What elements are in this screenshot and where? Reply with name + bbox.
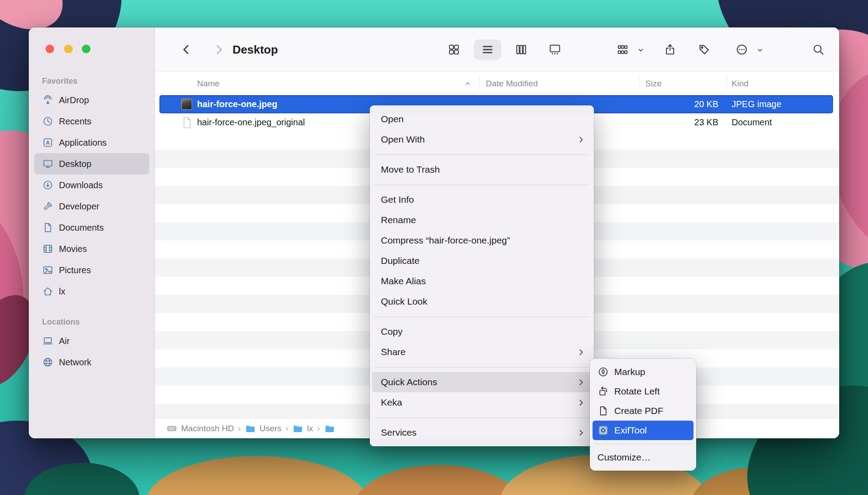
wallpaper-shape <box>146 456 368 495</box>
sidebar-item-label: Developer <box>59 201 99 212</box>
sidebar-item-label: Recents <box>59 116 91 127</box>
view-grid-button[interactable] <box>447 43 461 56</box>
more-options-button[interactable] <box>735 43 748 56</box>
chevron-right-icon <box>577 135 585 144</box>
menu-separator <box>374 185 589 185</box>
menu-separator <box>374 155 589 155</box>
sidebar-item-label: lx <box>59 286 65 297</box>
submenu-item-exiftool[interactable]: ExifTool <box>593 421 694 440</box>
view-list-button[interactable] <box>481 43 494 56</box>
forward-button[interactable] <box>212 43 225 56</box>
menu-item-open-with[interactable]: Open With <box>370 129 594 150</box>
column-header-kind[interactable]: Kind <box>732 72 748 95</box>
sidebar-item-pictures[interactable]: Pictures <box>34 259 149 281</box>
file-name: hair-force-one.jpeg_original <box>197 113 305 131</box>
zoom-button[interactable] <box>82 45 90 53</box>
column-divider[interactable] <box>639 77 640 90</box>
menu-item-rename[interactable]: Rename <box>370 210 594 230</box>
sidebar-item-label: Applications <box>59 138 107 148</box>
sidebar-item-applications[interactable]: Applications <box>34 132 149 153</box>
chevron-right-icon <box>577 348 585 356</box>
menu-item-make-alias[interactable]: Make Alias <box>370 271 594 291</box>
path-item-users[interactable]: Users <box>260 424 282 433</box>
photo-icon <box>42 264 54 276</box>
tag-button[interactable] <box>698 43 711 56</box>
chevron-down-icon <box>756 46 763 54</box>
sidebar-item-downloads[interactable]: Downloads <box>34 174 149 196</box>
sidebar-item-air[interactable]: Air <box>34 330 149 352</box>
share-button[interactable] <box>663 43 677 56</box>
desktop-icon <box>42 158 54 170</box>
folder-icon <box>292 423 303 434</box>
file-size: 23 KB <box>639 113 718 131</box>
submenu-item-markup[interactable]: Markup <box>590 362 696 382</box>
column-header-date-modified[interactable]: Date Modified <box>486 72 538 95</box>
path-separator: › <box>238 423 241 433</box>
chevron-down-icon <box>637 46 644 54</box>
path-separator: › <box>286 423 289 433</box>
submenu-item-create-pdf[interactable]: Create PDF <box>590 401 696 421</box>
menu-item-quick-actions[interactable]: Quick Actions <box>372 372 592 392</box>
close-button[interactable] <box>46 45 54 53</box>
menu-item-services[interactable]: Services <box>370 422 594 443</box>
menu-item-compress[interactable]: Compress “hair-force-one.jpeg” <box>370 230 594 251</box>
chevron-right-icon <box>577 429 585 437</box>
file-kind: Document <box>732 113 772 131</box>
jpeg-thumbnail-icon <box>182 99 192 109</box>
search-button[interactable] <box>812 43 825 56</box>
sidebar-section-locations: Locations <box>42 316 155 328</box>
menu-item-keka[interactable]: Keka <box>370 392 594 413</box>
sidebar-item-lx[interactable]: lx <box>34 281 149 302</box>
path-item-lx[interactable]: lx <box>307 424 313 433</box>
path-item-macintosh-hd[interactable]: Macintosh HD <box>181 424 234 433</box>
film-icon <box>42 243 54 255</box>
sidebar-item-label: Downloads <box>59 180 103 190</box>
sidebar-section-favorites: Favorites <box>42 75 155 87</box>
column-divider[interactable] <box>479 77 480 90</box>
file-size: 20 KB <box>639 95 718 113</box>
column-header-row: Name Date Modified Size Kind <box>155 72 839 95</box>
sidebar-item-label: Network <box>59 357 91 367</box>
sidebar-item-network[interactable]: Network <box>34 352 149 373</box>
back-button[interactable] <box>180 43 193 56</box>
rotate-left-icon <box>597 386 609 397</box>
submenu-item-customize[interactable]: Customize… <box>590 448 696 467</box>
menu-separator <box>593 444 693 444</box>
group-button[interactable] <box>616 43 629 56</box>
menu-item-duplicate[interactable]: Duplicate <box>370 251 594 271</box>
menu-item-share[interactable]: Share <box>370 342 594 362</box>
column-divider[interactable] <box>727 77 727 90</box>
sidebar-item-airdrop[interactable]: AirDrop <box>34 89 149 111</box>
menu-separator <box>374 367 589 367</box>
view-columns-button[interactable] <box>515 43 528 56</box>
file-name: hair-force-one.jpeg <box>197 95 277 113</box>
sidebar-item-movies[interactable]: Movies <box>34 238 149 259</box>
sidebar-item-desktop[interactable]: Desktop <box>34 153 149 174</box>
submenu-item-rotate-left[interactable]: Rotate Left <box>590 382 696 401</box>
sidebar-item-label: Pictures <box>59 265 91 275</box>
menu-separator <box>374 317 589 317</box>
view-gallery-button[interactable] <box>548 43 562 56</box>
quick-actions-submenu: Markup Rotate Left Create PDF ExifTool C… <box>590 359 696 471</box>
document-icon <box>42 222 54 233</box>
sidebar-item-developer[interactable]: Developer <box>34 196 149 217</box>
sidebar-item-documents[interactable]: Documents <box>34 217 149 238</box>
page-title: Desktop <box>232 27 278 72</box>
menu-item-move-to-trash[interactable]: Move to Trash <box>370 159 594 180</box>
wallpaper-shape <box>354 465 523 495</box>
sidebar-item-label: Movies <box>59 244 87 254</box>
menu-item-get-info[interactable]: Get Info <box>370 189 594 210</box>
clock-icon <box>42 116 54 127</box>
laptop-icon <box>42 335 54 347</box>
sidebar-item-label: Documents <box>59 223 104 233</box>
menu-item-copy[interactable]: Copy <box>370 321 594 342</box>
menu-item-open[interactable]: Open <box>370 109 594 129</box>
minimize-button[interactable] <box>64 45 73 53</box>
sidebar-item-recents[interactable]: Recents <box>34 111 149 132</box>
hammer-icon <box>42 201 54 212</box>
column-header-name[interactable]: Name <box>197 72 220 95</box>
folder-icon <box>324 423 335 434</box>
menu-item-quick-look[interactable]: Quick Look <box>370 291 594 312</box>
column-header-size[interactable]: Size <box>645 72 662 95</box>
sidebar: Favorites AirDrop Recents Applications D… <box>29 27 155 438</box>
